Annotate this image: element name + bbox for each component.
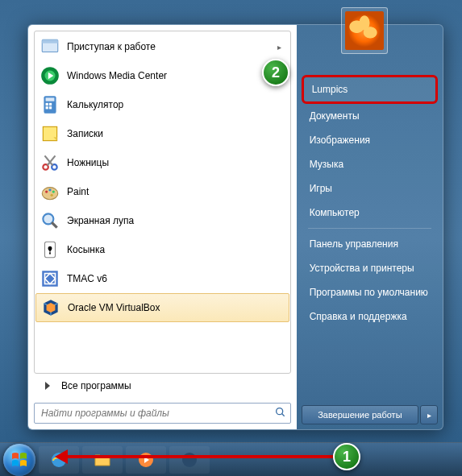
taskbar-item-wmp[interactable] <box>126 446 166 474</box>
virtualbox-icon <box>40 297 61 318</box>
magnifier-icon <box>40 210 60 231</box>
devices-printers-link[interactable]: Устройства и принтеры <box>302 256 438 280</box>
program-label: TMAC v6 <box>67 273 285 284</box>
program-label: Записки <box>67 128 285 139</box>
getting-started-icon <box>40 36 60 57</box>
program-label: Ножницы <box>67 157 285 168</box>
start-menu-left-panel: Приступая к работе ▸ Windows Media Cente… <box>28 25 297 429</box>
program-label: Paint <box>67 186 285 197</box>
documents-link[interactable]: Документы <box>302 104 438 128</box>
program-label: Калькулятор <box>67 99 285 110</box>
program-tmac[interactable]: TMAC v6 <box>35 264 289 293</box>
program-label: Косынка <box>67 244 285 255</box>
generic-app-icon <box>180 450 199 470</box>
calculator-icon <box>40 94 60 115</box>
svg-rect-8 <box>46 106 48 109</box>
media-center-icon <box>40 65 60 86</box>
search-input[interactable] <box>41 408 274 419</box>
svg-point-17 <box>51 194 53 197</box>
default-programs-link[interactable]: Программы по умолчанию <box>302 280 438 304</box>
shutdown-options-button[interactable]: ▸ <box>420 405 438 424</box>
sticky-notes-icon <box>40 123 60 144</box>
annotation-arrow-head <box>55 449 68 464</box>
chevron-right-icon: ▸ <box>427 411 431 420</box>
user-picture[interactable] <box>341 7 388 54</box>
help-support-link[interactable]: Справка и поддержка <box>302 304 438 329</box>
username-label: Lumpics <box>312 84 348 95</box>
program-snipping-tool[interactable]: Ножницы <box>35 148 289 177</box>
program-calculator[interactable]: Калькулятор <box>35 90 289 119</box>
annotation-badge-1: 1 <box>333 443 360 470</box>
computer-link[interactable]: Компьютер <box>302 201 438 225</box>
svg-point-14 <box>45 190 48 192</box>
taskbar-item-explorer[interactable] <box>82 446 123 474</box>
program-list: Приступая к работе ▸ Windows Media Cente… <box>34 31 291 374</box>
shutdown-row: Завершение работы ▸ <box>302 405 438 424</box>
tmac-icon <box>40 268 60 289</box>
taskbar <box>0 442 462 476</box>
all-programs-label: Все программы <box>61 380 131 391</box>
windows-logo-icon <box>10 450 29 470</box>
program-sticky-notes[interactable]: Записки <box>35 119 289 148</box>
shutdown-button[interactable]: Завершение работы <box>302 405 418 424</box>
scissors-icon <box>40 152 60 173</box>
search-icon <box>274 406 287 421</box>
annotation-arrow-line <box>65 455 335 458</box>
program-label: Windows Media Center <box>67 70 285 81</box>
program-label: Приступая к работе <box>67 41 277 52</box>
folder-icon <box>93 450 112 470</box>
svg-rect-1 <box>42 39 58 43</box>
solitaire-icon <box>40 239 60 260</box>
all-programs[interactable]: Все программы <box>34 374 291 398</box>
taskbar-item-app[interactable] <box>169 446 210 474</box>
start-menu-right-panel: Lumpics Документы Изображения Музыка Игр… <box>297 25 443 429</box>
program-paint[interactable]: Paint <box>35 177 289 206</box>
paint-icon <box>40 181 60 202</box>
start-menu: Приступая к работе ▸ Windows Media Cente… <box>27 24 443 430</box>
svg-point-16 <box>52 190 55 192</box>
user-folder-link[interactable]: Lumpics <box>302 75 438 104</box>
annotation-badge-2: 2 <box>262 59 289 86</box>
svg-rect-9 <box>49 106 52 109</box>
pictures-link[interactable]: Изображения <box>302 128 438 152</box>
wmp-icon <box>136 450 156 470</box>
separator <box>308 228 431 229</box>
all-programs-arrow-icon <box>40 379 55 393</box>
svg-rect-6 <box>46 103 48 106</box>
program-getting-started[interactable]: Приступая к работе ▸ <box>35 32 289 61</box>
svg-rect-5 <box>46 97 55 101</box>
start-button[interactable] <box>3 444 35 476</box>
program-magnifier[interactable]: Экранная лупа <box>35 206 289 235</box>
svg-point-15 <box>48 188 51 191</box>
program-media-center[interactable]: Windows Media Center <box>35 61 289 90</box>
games-link[interactable]: Игры <box>302 176 438 201</box>
flower-image <box>345 11 384 50</box>
program-solitaire[interactable]: Косынка <box>35 235 289 264</box>
search-box[interactable] <box>34 403 291 424</box>
control-panel-link[interactable]: Панель управления <box>302 232 438 256</box>
submenu-arrow-icon: ▸ <box>277 43 285 52</box>
svg-rect-7 <box>49 103 52 106</box>
music-link[interactable]: Музыка <box>302 152 438 176</box>
program-label: Oracle VM VirtualBox <box>68 302 285 313</box>
program-label: Экранная лупа <box>67 215 285 226</box>
program-virtualbox[interactable]: Oracle VM VirtualBox <box>35 293 289 322</box>
